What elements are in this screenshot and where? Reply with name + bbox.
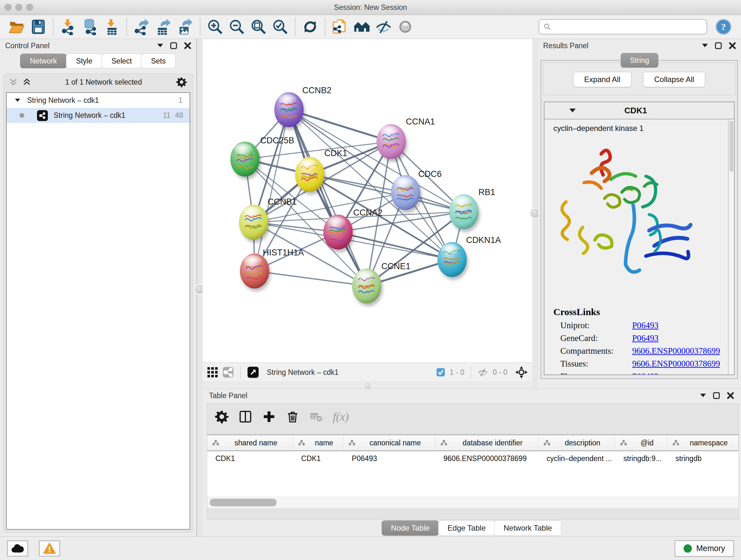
network-node-CCNE1[interactable]: CCNE1 [352,261,410,307]
horizontal-splitter[interactable] [203,382,532,388]
network-badge-icon[interactable] [222,367,234,378]
collapse-all-button[interactable]: Collapse All [643,72,705,87]
export-table-button[interactable] [154,17,173,36]
tab-network[interactable]: Network [20,54,67,68]
column-header-namespace[interactable]: namespace [667,435,738,450]
network-node-HIST1H1A[interactable]: HIST1H1A [240,248,304,292]
open-session-button[interactable] [7,17,26,36]
expand-all-networks-icon[interactable] [23,78,31,86]
network-node-CDKN1A[interactable]: CDKN1A [437,235,501,280]
section-collapse-caret-icon[interactable] [569,109,576,113]
panel-menu-caret-icon[interactable] [702,44,708,48]
add-column-icon[interactable] [262,410,276,424]
network-edge[interactable] [255,110,289,271]
delete-column-icon[interactable] [286,410,300,424]
tab-node-table[interactable]: Node Table [382,520,439,536]
table-cell[interactable]: CDK1 [207,454,293,463]
network-node-CDC6[interactable]: CDC6 [391,169,442,213]
panel-menu-caret-icon[interactable] [157,44,163,48]
expand-all-button[interactable]: Expand All [573,72,631,87]
network-selection-status: 1 of 1 Network selected [36,78,171,86]
table-cell[interactable]: CDK1 [293,454,344,463]
network-node-CCNB1[interactable]: CCNB1 [239,197,297,243]
table-cell[interactable]: stringdb [667,454,738,463]
crosslink-link[interactable]: 9606.ENSP00000378699 [632,359,720,369]
network-collection-row[interactable]: String Network – cdk1 1 [7,93,190,108]
column-header--id[interactable]: @id [615,435,667,450]
table-cell[interactable]: P06493 [343,454,435,463]
float-panel-icon[interactable] [170,42,177,49]
selected-checkbox-icon[interactable] [436,368,445,377]
network-edge[interactable] [255,271,367,286]
tab-style[interactable]: Style [66,54,102,68]
warnings-button[interactable] [39,541,60,557]
network-edge[interactable] [338,232,452,260]
column-header-canonical-name[interactable]: canonical name [343,435,435,450]
table-cell[interactable]: 9606.ENSP00000378699 [435,454,538,463]
table-row[interactable]: CDK1CDK1P064939606.ENSP00000378699cyclin… [207,451,738,466]
collapse-all-networks-icon[interactable] [9,78,17,86]
crosslink-link[interactable]: P06493 [632,372,659,374]
help-button[interactable]: ? [714,17,733,36]
tab-select[interactable]: Select [102,54,142,68]
show-graphics-button[interactable] [396,17,414,36]
column-header-database-identifier[interactable]: database identifier [435,435,538,450]
crosslink-link[interactable]: P06493 [632,333,659,343]
network-edge[interactable] [310,174,464,212]
network-options-gear-icon[interactable] [176,77,187,87]
grid-view-icon[interactable] [207,367,218,378]
hide-unhide-button[interactable] [374,17,393,36]
zoom-in-button[interactable] [206,17,224,36]
column-header-description[interactable]: description [538,435,615,450]
column-header-name[interactable]: name [293,435,343,450]
network-node-CCNB2[interactable]: CCNB2 [274,85,332,130]
close-panel-icon[interactable] [184,42,191,49]
results-scrollbar[interactable] [729,119,734,374]
panel-menu-caret-icon[interactable] [700,394,706,397]
network-canvas[interactable]: CCNB2CCNA1CDC25BCDK1CDC6RB1CCNB1CCNA2CDK… [203,39,532,362]
network-node-RB1[interactable]: RB1 [449,187,495,232]
crosslink-link[interactable]: 9606.ENSP00000378699 [632,346,720,356]
tab-sets[interactable]: Sets [141,54,176,68]
search-input[interactable] [551,22,703,31]
tab-edge-table[interactable]: Edge Table [438,520,495,536]
table-horizontal-scrollbar[interactable] [207,497,738,508]
import-network-button[interactable] [59,17,77,36]
search-box[interactable] [539,19,707,35]
zoom-selected-button[interactable] [271,17,289,36]
cloud-status-button[interactable] [7,541,28,557]
tab-network-table[interactable]: Network Table [494,520,561,536]
clone-network-button[interactable] [331,17,349,36]
left-panel-divider[interactable] [197,39,203,537]
close-panel-icon[interactable] [727,392,734,399]
collection-expand-caret-icon[interactable] [15,99,20,102]
node-table[interactable]: shared namenamecanonical namedatabase id… [207,435,738,508]
table-cell[interactable]: cyclin–dependent ... [538,454,615,463]
right-panel-divider[interactable] [532,39,538,388]
import-table-button[interactable] [103,17,121,36]
table-cell[interactable]: stringdb:9... [615,454,667,463]
home-layout-button[interactable] [353,17,371,36]
export-image-button[interactable] [176,17,194,36]
zoom-fit-button[interactable] [249,17,268,36]
tab-string[interactable]: String [621,53,658,68]
close-panel-icon[interactable] [729,42,736,49]
table-options-gear-icon[interactable] [215,410,229,424]
network-edge[interactable] [289,110,367,286]
crosslink-link[interactable]: P06493 [632,320,659,330]
show-columns-icon[interactable] [239,410,253,424]
function-builder-button[interactable]: f(x) [333,410,349,423]
zoom-out-button[interactable] [227,17,246,36]
fit-content-crosshair-icon[interactable] [515,366,528,379]
import-network-from-database-button[interactable] [81,17,99,36]
birds-eye-view-icon[interactable] [247,366,259,378]
network-row[interactable]: String Network – cdk1 11 48 [7,108,190,123]
float-panel-icon[interactable] [715,42,722,49]
float-panel-icon[interactable] [713,392,720,399]
export-network-button[interactable] [132,17,151,36]
memory-button[interactable]: Memory [675,540,734,557]
network-view[interactable]: CCNB2CCNA1CDC25BCDK1CDC6RB1CCNB1CCNA2CDK… [203,39,532,388]
refresh-layout-button[interactable] [301,17,320,36]
save-session-button[interactable] [29,17,48,36]
column-header-shared-name[interactable]: shared name [207,435,293,450]
